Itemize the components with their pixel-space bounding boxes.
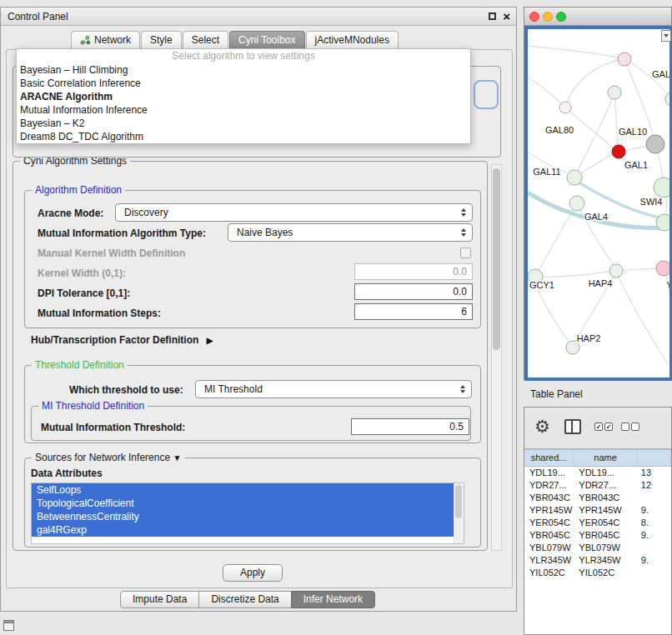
network-node[interactable] (665, 92, 669, 106)
network-node[interactable] (618, 52, 631, 66)
table-row[interactable]: YBR043CYBR043C (524, 492, 671, 504)
table-cell: 8. (638, 517, 671, 529)
mi-steps-input[interactable]: 6 (354, 303, 473, 320)
gear-icon[interactable]: ⚙ (534, 414, 550, 439)
tab-style[interactable]: Style (141, 31, 182, 49)
table-row[interactable]: YPR145WYPR145W9. (524, 504, 671, 517)
which-threshold-select[interactable]: MI Threshold (195, 380, 472, 398)
tab-label: Network (94, 32, 131, 49)
network-node[interactable] (608, 86, 621, 99)
mi-threshold-input[interactable]: 0.5 (351, 418, 469, 435)
table-header-row: shared...name (524, 449, 671, 467)
float-window-icon[interactable] (489, 12, 496, 20)
network-view-widget[interactable] (661, 30, 671, 42)
tab-label: Select (192, 32, 219, 49)
table-cell: YPR145W (574, 504, 638, 517)
table-cell: 13 (638, 467, 671, 479)
network-window-titlebar[interactable] (524, 8, 671, 26)
node-label: GAL11 (533, 167, 560, 177)
bottom-tab-discretize-data[interactable]: Discretize Data (198, 591, 291, 608)
attributes-scrollbar[interactable] (454, 483, 464, 543)
aracne-mode-select[interactable]: Discovery (115, 203, 473, 222)
table-row[interactable]: YLR345WYLR345W9. (524, 554, 671, 567)
column-header-shared[interactable]: shared... (524, 450, 574, 466)
bottom-tab-infer-network[interactable]: Infer Network (291, 591, 375, 608)
scrollbar-thumb[interactable] (455, 485, 462, 518)
algorithm-dropdown-placeholder: Select algorithm to view settings (17, 49, 470, 63)
minimize-traffic-light-icon[interactable] (543, 12, 553, 22)
algorithm-option-bayesian-k2[interactable]: Bayesian – K2 (17, 117, 470, 130)
close-icon[interactable]: × (503, 8, 510, 26)
algorithm-option-basic-correlation-inference[interactable]: Basic Correlation Inference (17, 77, 470, 90)
network-node[interactable] (612, 145, 625, 158)
table-cell: 9. (638, 504, 671, 517)
table-cell: YBR045C (524, 529, 574, 542)
tab-label: Style (150, 32, 173, 49)
algorithm-combo-button[interactable] (474, 80, 499, 109)
dpi-tolerance-input[interactable]: 0.0 (354, 283, 473, 300)
network-node[interactable] (559, 102, 571, 113)
select-all-columns-icon[interactable]: ✓✓ (594, 422, 613, 431)
table-row[interactable]: YBR045CYBR045C9. (524, 529, 671, 542)
network-view-window: GALGAL80GAL10GAL11GAL1SWI4GAL4GCY1HAP4YH… (524, 7, 672, 380)
table-row[interactable]: YBL079WYBL079W (524, 542, 671, 554)
tab-select[interactable]: Select (183, 31, 228, 49)
window-title: Control Panel (8, 11, 68, 22)
manual-kernel-checkbox[interactable] (460, 248, 471, 258)
hub-definition-toggle[interactable]: Hub/Transcription Factor Definition ▶ (31, 334, 213, 346)
algorithm-option-bayesian-hill-climbing[interactable]: Bayesian – Hill Climbing (17, 63, 470, 77)
table-row[interactable]: YIL052CYIL052C (524, 567, 671, 579)
aracne-mode-label: Aracne Mode: (38, 208, 103, 219)
attribute-item-topologicalcoefficient[interactable]: TopologicalCoefficient (32, 497, 454, 510)
apply-button[interactable]: Apply (223, 564, 283, 582)
attribute-item-betweennesscentrality[interactable]: BetweennessCentrality (32, 510, 454, 523)
table-row[interactable]: YDL19...YDL19...13 (524, 467, 671, 479)
threshold-definition-title: Threshold Definition (32, 359, 128, 371)
table-cell: 9. (638, 529, 671, 542)
algorithm-option-mutual-information-inference[interactable]: Mutual Information Inference (17, 103, 470, 117)
node-label: SWI4 (640, 197, 663, 207)
minimized-panel-icon[interactable] (3, 620, 14, 631)
attribute-item-gal4rgexp[interactable]: gal4RGexp (32, 523, 454, 537)
mi-type-select[interactable]: Naive Bayes (228, 223, 473, 242)
settings-scrollbar[interactable] (491, 164, 502, 551)
kernel-width-input[interactable]: 0.0 (354, 263, 473, 280)
column-header-name[interactable]: name (574, 450, 638, 466)
network-canvas[interactable]: GALGAL80GAL10GAL11GAL1SWI4GAL4GCY1HAP4YH… (528, 29, 669, 378)
tab-cyni-toolbox[interactable]: Cyni Toolbox (229, 31, 304, 49)
table-row[interactable]: YDR27...YDR27...12 (524, 479, 671, 492)
network-node[interactable] (609, 264, 623, 278)
spinner-arrows-icon (461, 228, 466, 237)
data-attributes-rows: SelfLoopsTopologicalCoefficientBetweenne… (32, 483, 454, 537)
control-panel-tabs: NetworkStyleSelectCyni ToolboxjActiveMNo… (71, 31, 399, 49)
network-node[interactable] (656, 261, 669, 276)
column-settings-icon[interactable] (564, 419, 581, 434)
node-label: GCY1 (529, 280, 554, 290)
bottom-tab-impute-data[interactable]: Impute Data (120, 591, 199, 608)
tab-jactivemnodules[interactable]: jActiveMNodules (306, 31, 399, 49)
node-label: GAL10 (619, 127, 647, 137)
table-row[interactable]: YER054CYER054C8. (524, 517, 671, 529)
table-cell: YIL052C (574, 567, 638, 579)
close-traffic-light-icon[interactable] (529, 12, 539, 22)
attribute-item-selfloops[interactable]: SelfLoops (32, 483, 454, 497)
column-header-value[interactable] (638, 450, 671, 466)
table-toolbar: ⚙ ✓✓ (524, 408, 671, 449)
algorithm-option-dream8-dc-tdc-algorithm[interactable]: Dream8 DC_TDC Algorithm (17, 130, 470, 143)
scrollbar-thumb[interactable] (493, 168, 500, 350)
algorithm-option-aracne-algorithm[interactable]: ARACNE Algorithm (17, 90, 470, 103)
table-cell: YDL19... (524, 467, 574, 479)
data-attributes-list[interactable]: SelfLoopsTopologicalCoefficientBetweenne… (31, 482, 464, 544)
network-node[interactable] (646, 135, 664, 153)
control-panel-titlebar[interactable]: Control Panel × (1, 8, 516, 26)
network-node[interactable] (656, 214, 669, 231)
unselect-all-columns-icon[interactable] (621, 422, 639, 431)
network-node[interactable] (654, 178, 669, 198)
mi-type-label: Mutual Information Algorithm Type: (38, 228, 206, 239)
sources-group-title[interactable]: Sources for Network Inference ▼ (32, 452, 184, 463)
network-node[interactable] (567, 170, 582, 185)
mi-steps-label: Mutual Information Steps: (38, 308, 161, 319)
network-node[interactable] (569, 196, 584, 211)
zoom-traffic-light-icon[interactable] (556, 12, 566, 22)
tab-network[interactable]: Network (71, 31, 140, 49)
